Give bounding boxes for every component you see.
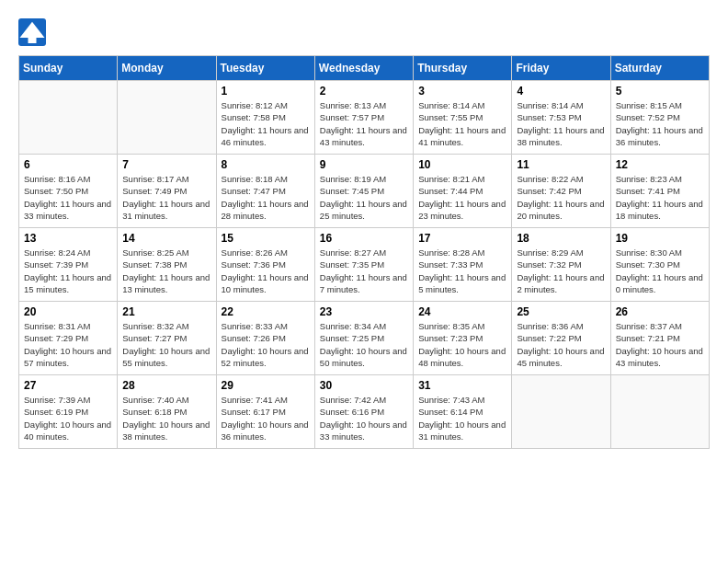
weekday-header-wednesday: Wednesday — [314, 56, 413, 81]
day-info: Sunrise: 8:35 AMSunset: 7:23 PMDaylight:… — [418, 320, 506, 369]
day-number: 10 — [418, 158, 506, 171]
calendar-cell: 28Sunrise: 7:40 AMSunset: 6:18 PMDayligh… — [118, 375, 216, 449]
day-number: 22 — [222, 305, 310, 318]
day-info: Sunrise: 8:17 AMSunset: 7:49 PMDaylight:… — [122, 173, 210, 222]
day-info: Sunrise: 8:14 AMSunset: 7:53 PMDaylight:… — [517, 99, 605, 148]
day-info: Sunrise: 8:27 AMSunset: 7:35 PMDaylight:… — [320, 247, 408, 295]
day-number: 8 — [222, 158, 310, 171]
calendar-cell: 18Sunrise: 8:29 AMSunset: 7:32 PMDayligh… — [512, 228, 610, 302]
calendar-cell: 2Sunrise: 8:13 AMSunset: 7:57 PMDaylight… — [314, 81, 413, 155]
day-info: Sunrise: 8:26 AMSunset: 7:36 PMDaylight:… — [222, 247, 310, 295]
weekday-header-tuesday: Tuesday — [216, 56, 314, 81]
calendar-cell: 17Sunrise: 8:28 AMSunset: 7:33 PMDayligh… — [414, 228, 512, 302]
day-info: Sunrise: 7:41 AMSunset: 6:17 PMDaylight:… — [222, 394, 310, 442]
calendar: SundayMondayTuesdayWednesdayThursdayFrid… — [18, 55, 710, 449]
day-info: Sunrise: 7:40 AMSunset: 6:18 PMDaylight:… — [122, 394, 210, 442]
day-info: Sunrise: 8:15 AMSunset: 7:52 PMDaylight:… — [616, 99, 704, 148]
day-number: 7 — [122, 158, 210, 171]
calendar-cell: 1Sunrise: 8:12 AMSunset: 7:58 PMDaylight… — [216, 81, 314, 155]
calendar-cell: 3Sunrise: 8:14 AMSunset: 7:55 PMDaylight… — [414, 81, 512, 155]
calendar-cell: 8Sunrise: 8:18 AMSunset: 7:47 PMDaylight… — [216, 155, 314, 228]
logo — [18, 18, 50, 46]
day-number: 12 — [616, 158, 704, 171]
weekday-header-sunday: Sunday — [19, 56, 118, 81]
day-info: Sunrise: 8:25 AMSunset: 7:38 PMDaylight:… — [122, 247, 210, 295]
calendar-cell: 27Sunrise: 7:39 AMSunset: 6:19 PMDayligh… — [19, 375, 118, 449]
day-info: Sunrise: 8:14 AMSunset: 7:55 PMDaylight:… — [418, 99, 506, 148]
calendar-cell: 11Sunrise: 8:22 AMSunset: 7:42 PMDayligh… — [512, 155, 610, 228]
day-info: Sunrise: 8:32 AMSunset: 7:27 PMDaylight:… — [122, 320, 210, 369]
day-number: 26 — [616, 305, 704, 318]
calendar-cell — [610, 375, 709, 449]
day-number: 16 — [320, 232, 408, 245]
day-number: 29 — [222, 379, 310, 392]
day-number: 20 — [24, 305, 112, 318]
weekday-header-thursday: Thursday — [414, 56, 512, 81]
day-info: Sunrise: 8:13 AMSunset: 7:57 PMDaylight:… — [320, 99, 408, 148]
day-number: 11 — [517, 158, 605, 171]
day-number: 15 — [222, 232, 310, 245]
day-info: Sunrise: 8:19 AMSunset: 7:45 PMDaylight:… — [320, 173, 408, 222]
day-number: 23 — [320, 305, 408, 318]
calendar-cell: 19Sunrise: 8:30 AMSunset: 7:30 PMDayligh… — [610, 228, 709, 302]
day-info: Sunrise: 8:31 AMSunset: 7:29 PMDaylight:… — [24, 320, 112, 369]
day-info: Sunrise: 8:23 AMSunset: 7:41 PMDaylight:… — [616, 173, 704, 222]
day-number: 13 — [24, 232, 112, 245]
calendar-week-1: 1Sunrise: 8:12 AMSunset: 7:58 PMDaylight… — [19, 81, 710, 155]
calendar-cell: 20Sunrise: 8:31 AMSunset: 7:29 PMDayligh… — [19, 302, 118, 375]
day-number: 24 — [418, 305, 506, 318]
day-info: Sunrise: 8:29 AMSunset: 7:32 PMDaylight:… — [517, 247, 605, 295]
day-info: Sunrise: 8:28 AMSunset: 7:33 PMDaylight:… — [418, 247, 506, 295]
day-number: 21 — [122, 305, 210, 318]
day-number: 30 — [320, 379, 408, 392]
day-info: Sunrise: 8:12 AMSunset: 7:58 PMDaylight:… — [222, 99, 310, 148]
day-number: 31 — [418, 379, 506, 392]
day-number: 9 — [320, 158, 408, 171]
day-info: Sunrise: 8:24 AMSunset: 7:39 PMDaylight:… — [24, 247, 112, 295]
calendar-cell: 7Sunrise: 8:17 AMSunset: 7:49 PMDaylight… — [118, 155, 216, 228]
day-info: Sunrise: 7:39 AMSunset: 6:19 PMDaylight:… — [24, 394, 112, 442]
day-info: Sunrise: 7:42 AMSunset: 6:16 PMDaylight:… — [320, 394, 408, 442]
calendar-cell: 6Sunrise: 8:16 AMSunset: 7:50 PMDaylight… — [19, 155, 118, 228]
calendar-week-4: 20Sunrise: 8:31 AMSunset: 7:29 PMDayligh… — [19, 302, 710, 375]
day-number: 4 — [517, 85, 605, 98]
calendar-cell — [118, 81, 216, 155]
logo-icon — [18, 18, 46, 46]
day-number: 27 — [24, 379, 112, 392]
day-number: 18 — [517, 232, 605, 245]
day-info: Sunrise: 8:36 AMSunset: 7:22 PMDaylight:… — [517, 320, 605, 369]
svg-rect-2 — [28, 38, 37, 43]
day-info: Sunrise: 8:34 AMSunset: 7:25 PMDaylight:… — [320, 320, 408, 369]
day-number: 2 — [320, 85, 408, 98]
day-number: 3 — [418, 85, 506, 98]
calendar-week-3: 13Sunrise: 8:24 AMSunset: 7:39 PMDayligh… — [19, 228, 710, 302]
calendar-cell: 23Sunrise: 8:34 AMSunset: 7:25 PMDayligh… — [314, 302, 413, 375]
day-number: 14 — [122, 232, 210, 245]
calendar-cell: 16Sunrise: 8:27 AMSunset: 7:35 PMDayligh… — [314, 228, 413, 302]
weekday-header-monday: Monday — [118, 56, 216, 81]
calendar-cell: 10Sunrise: 8:21 AMSunset: 7:44 PMDayligh… — [414, 155, 512, 228]
day-info: Sunrise: 8:30 AMSunset: 7:30 PMDaylight:… — [616, 247, 704, 295]
day-number: 19 — [616, 232, 704, 245]
calendar-cell: 25Sunrise: 8:36 AMSunset: 7:22 PMDayligh… — [512, 302, 610, 375]
calendar-cell: 9Sunrise: 8:19 AMSunset: 7:45 PMDaylight… — [314, 155, 413, 228]
weekday-header-saturday: Saturday — [610, 56, 709, 81]
day-number: 1 — [222, 85, 310, 98]
day-number: 28 — [122, 379, 210, 392]
day-info: Sunrise: 8:37 AMSunset: 7:21 PMDaylight:… — [616, 320, 704, 369]
day-info: Sunrise: 8:16 AMSunset: 7:50 PMDaylight:… — [24, 173, 112, 222]
page-header — [18, 18, 710, 46]
calendar-cell: 13Sunrise: 8:24 AMSunset: 7:39 PMDayligh… — [19, 228, 118, 302]
day-info: Sunrise: 8:21 AMSunset: 7:44 PMDaylight:… — [418, 173, 506, 222]
day-info: Sunrise: 8:18 AMSunset: 7:47 PMDaylight:… — [222, 173, 310, 222]
calendar-cell: 22Sunrise: 8:33 AMSunset: 7:26 PMDayligh… — [216, 302, 314, 375]
day-info: Sunrise: 8:33 AMSunset: 7:26 PMDaylight:… — [222, 320, 310, 369]
day-number: 6 — [24, 158, 112, 171]
calendar-cell: 5Sunrise: 8:15 AMSunset: 7:52 PMDaylight… — [610, 81, 709, 155]
calendar-cell — [19, 81, 118, 155]
calendar-cell — [512, 375, 610, 449]
day-info: Sunrise: 8:22 AMSunset: 7:42 PMDaylight:… — [517, 173, 605, 222]
calendar-cell: 21Sunrise: 8:32 AMSunset: 7:27 PMDayligh… — [118, 302, 216, 375]
day-number: 5 — [616, 85, 704, 98]
day-number: 17 — [418, 232, 506, 245]
